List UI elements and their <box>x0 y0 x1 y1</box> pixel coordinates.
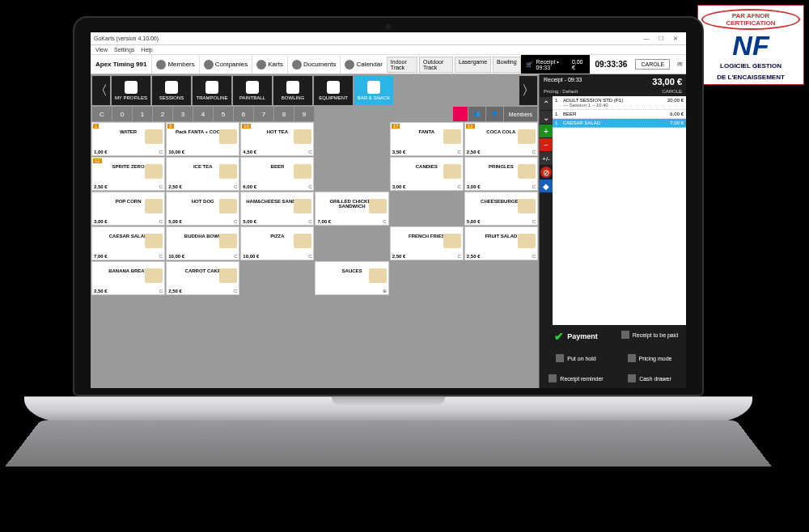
payment-button[interactable]: ✔Payment <box>540 325 612 348</box>
tb-companies[interactable]: Companies <box>199 55 252 74</box>
product-carrot-cake[interactable]: CARROT CAKE2,50 €C <box>166 261 239 295</box>
qty-minus[interactable]: − <box>540 138 553 151</box>
track-laser[interactable]: Lasergame <box>455 57 491 73</box>
receipt-to-be-paid-button[interactable]: Receipt to be paid <box>613 325 686 344</box>
numkey-8[interactable]: 8 <box>274 107 294 121</box>
product-kb: ⊕ <box>383 288 387 293</box>
product-fruit-salad[interactable]: FRUIT SALAD2,50 €C <box>464 226 538 260</box>
product-kb: C <box>308 219 311 224</box>
product-pizza[interactable]: PIZZA10,00 €C <box>240 226 314 260</box>
menu-help[interactable]: Help <box>141 47 152 53</box>
menu-bar: View Settings Help <box>91 45 686 55</box>
product-beer[interactable]: BEER6,00 €C <box>240 157 314 191</box>
product-tag: 10 <box>242 124 251 129</box>
category-trampoline[interactable]: TRAMPOLINE <box>193 76 231 105</box>
members-label[interactable]: Members <box>504 107 537 121</box>
minimize-button[interactable]: — <box>639 36 654 41</box>
mail-icon[interactable]: ✉ <box>673 61 686 68</box>
maximize-button[interactable]: ☐ <box>654 36 668 42</box>
product-ice-tea[interactable]: ICE TEA2,50 €C <box>166 157 239 191</box>
product-image <box>294 199 311 213</box>
category-bowling[interactable]: BOWLING <box>273 76 312 105</box>
track-outdoor[interactable]: Outdoor Track <box>419 57 453 73</box>
tb-karts[interactable]: Karts <box>252 55 287 74</box>
product-coca-cola[interactable]: 11COCA COLA2,50 €C <box>464 122 538 156</box>
product-caesar-salad[interactable]: CAESAR SALAD7,00 €C <box>91 226 165 260</box>
track-indoor[interactable]: Indoor Track <box>387 57 417 73</box>
track-bowling[interactable]: Bowling <box>493 57 521 73</box>
receipt-line[interactable]: 1ADULT SESSION STD (P1)— Session 1 – 10:… <box>553 96 686 110</box>
line-down[interactable]: ⌄ <box>540 111 553 124</box>
product-candies[interactable]: CANDIES3,00 €C <box>390 157 464 191</box>
product-buddha-bowl[interactable]: BUDDHA BOWL10,00 €C <box>166 226 239 260</box>
product-water[interactable]: 1WATER1,00 €C <box>91 122 165 156</box>
pricing-mode-button[interactable]: Pricing mode <box>613 348 686 368</box>
close-button[interactable]: ✕ <box>668 36 683 42</box>
numkey-7[interactable]: 7 <box>254 107 273 121</box>
product-image <box>145 234 163 248</box>
menu-settings[interactable]: Settings <box>114 47 134 53</box>
receipt-line[interactable]: 1CAESAR SALAD7,00 € <box>553 119 686 128</box>
product-french-fries[interactable]: FRENCH FRIES2,50 €C <box>390 226 464 260</box>
product-grilled-chicken-sandwich[interactable]: GRILLED CHICKEN SANDWICH7,00 €C <box>315 192 388 226</box>
cat-prev[interactable]: 〈 <box>92 76 110 105</box>
numkey-4[interactable]: 4 <box>193 107 213 121</box>
cat-next[interactable]: 〉 <box>519 76 537 105</box>
receipt-indicator[interactable]: 🛒 Receipt • 09:33 0,00 € <box>521 55 591 74</box>
product-sauces[interactable]: SAUCES⊕ <box>315 261 388 295</box>
product-price: 3,00 € <box>94 219 108 224</box>
category-icon <box>367 81 380 94</box>
product-sprite-zero[interactable]: 12SPRITE ZERO2,50 €C <box>91 157 165 191</box>
companies-icon <box>204 60 214 70</box>
product-ham-cheese-sandwich[interactable]: HAM&CHEESE SANDWICH5,00 €C <box>240 192 314 226</box>
category-equipment[interactable]: EQUIPMENT <box>314 76 353 105</box>
filter-member[interactable]: 👤 <box>486 107 503 121</box>
product-image <box>518 129 536 144</box>
pricing-icon <box>628 354 636 362</box>
category-paintball[interactable]: PAINTBALL <box>233 76 272 105</box>
product-banana-bread[interactable]: BANANA BREAD2,50 €C <box>91 261 165 295</box>
numkey-5[interactable]: 5 <box>214 107 233 121</box>
numkey-C[interactable]: C <box>92 107 112 121</box>
product-price: 6,00 € <box>243 184 256 189</box>
category-sessions[interactable]: SESSIONS <box>152 76 191 105</box>
product-kb: C <box>383 219 386 224</box>
put-on-hold-button[interactable]: Put on hold <box>540 348 612 368</box>
category-bar-snack[interactable]: BAR & SNACK <box>354 76 393 105</box>
product-pringles[interactable]: PRINGLES3,00 €C <box>464 157 538 191</box>
line-cancel[interactable]: ⊘ <box>540 167 552 178</box>
tb-members[interactable]: Members <box>151 55 198 74</box>
product-pack-fanta-coca-x-[interactable]: 5Pack FANTA + COCA x310,00 € <box>166 122 239 156</box>
action-buttons: ✔Payment Receipt to be paid Put on hold … <box>540 325 686 388</box>
numkey-3[interactable]: 3 <box>173 107 193 121</box>
clock: 09:33:36 <box>590 60 632 69</box>
numkey-0[interactable]: 0 <box>112 107 132 121</box>
nf-mark: NF <box>701 32 800 59</box>
receipt-reminder-button[interactable]: Receipt reminder <box>540 369 612 388</box>
line-up[interactable]: ⌃ <box>540 97 553 110</box>
filter-groups[interactable]: 👥 <box>468 107 485 121</box>
line-edit[interactable]: ◆ <box>540 179 553 192</box>
numkey-6[interactable]: 6 <box>234 107 253 121</box>
product-price: 5,00 € <box>467 219 481 224</box>
qty-plus[interactable]: + <box>540 125 553 137</box>
numkey-1[interactable]: 1 <box>133 107 152 121</box>
numkey-2[interactable]: 2 <box>153 107 172 121</box>
tb-calendar[interactable]: Calendar <box>340 55 386 74</box>
category-my-profiles[interactable]: MY PROFILES <box>112 76 150 105</box>
product-pop-corn[interactable]: POP CORN3,00 €C <box>91 192 165 226</box>
receipt-line[interactable]: 1BEER6,00 € <box>553 110 686 119</box>
qty-plusminus[interactable]: +/- <box>540 152 553 165</box>
product-fanta[interactable]: 17FANTA3,50 €C <box>390 122 464 156</box>
filter-pink[interactable] <box>453 107 468 121</box>
product-hot-dog[interactable]: HOT DOG5,00 €C <box>166 192 239 226</box>
menu-view[interactable]: View <box>95 47 108 53</box>
user-button[interactable]: CAROLE <box>635 59 670 70</box>
product-image <box>369 268 387 283</box>
cash-drawer-button[interactable]: Cash drawer <box>613 369 686 388</box>
numkey-9[interactable]: 9 <box>294 107 314 121</box>
category-icon <box>125 81 138 94</box>
product-cheeseburger[interactable]: CHEESEBURGER5,00 €C <box>464 192 538 226</box>
product-hot-tea[interactable]: 10HOT TEA4,50 €C <box>240 122 314 156</box>
tb-documents[interactable]: Documents <box>287 55 340 74</box>
